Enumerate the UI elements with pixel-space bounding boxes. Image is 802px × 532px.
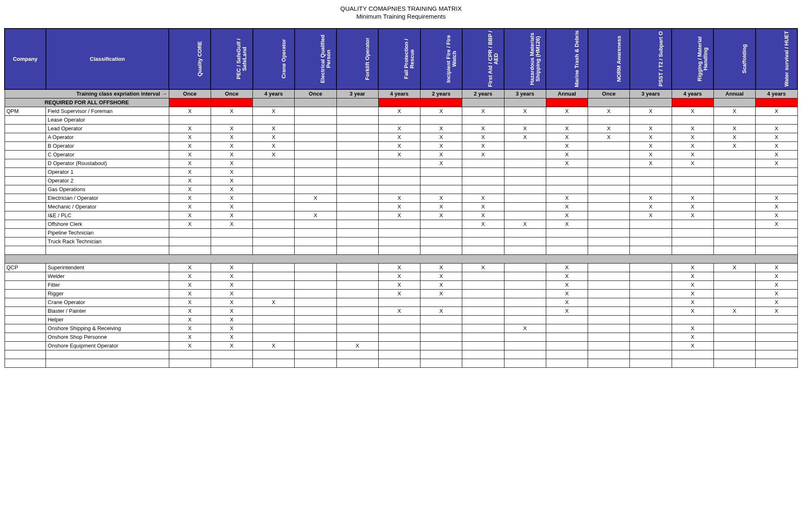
mark-cell: [378, 298, 420, 307]
mark-cell: X: [169, 316, 211, 324]
mark-cell: X: [672, 203, 713, 211]
interval-3: Once: [295, 89, 336, 98]
mark-cell: [336, 203, 378, 211]
classification-cell: Electrician / Operator: [46, 194, 169, 203]
header-training-4: Forklift Operator: [336, 29, 378, 89]
required-8: [504, 98, 546, 107]
mark-cell: X: [211, 142, 252, 151]
mark-cell: X: [462, 151, 504, 159]
mark-cell: [756, 229, 798, 237]
title-line-2: Minimum Training Requirements: [4, 13, 798, 20]
mark-cell: [295, 142, 336, 151]
mark-cell: [462, 333, 504, 342]
mark-cell: X: [546, 194, 588, 203]
mark-cell: X: [504, 107, 546, 116]
mark-cell: X: [672, 142, 713, 151]
mark-cell: X: [462, 125, 504, 133]
mark-cell: X: [169, 307, 211, 316]
classification-cell: C Operator: [46, 151, 169, 159]
classification-cell: Rigger: [46, 290, 169, 298]
mark-cell: [588, 185, 630, 194]
mark-cell: X: [211, 220, 252, 229]
company-cell: [5, 307, 46, 316]
mark-cell: [756, 116, 798, 125]
mark-cell: [588, 272, 630, 281]
mark-cell: [713, 281, 755, 290]
mark-cell: [672, 350, 713, 359]
mark-cell: [504, 211, 546, 220]
mark-cell: [713, 333, 755, 342]
classification-cell: Blaster / Painter: [46, 307, 169, 316]
mark-cell: X: [756, 264, 798, 272]
mark-cell: [630, 116, 672, 125]
mark-cell: [378, 342, 420, 350]
header-row: Company Classification Quality CORE PEC …: [5, 29, 797, 89]
mark-cell: [588, 316, 630, 324]
interval-5: 4 years: [378, 89, 420, 98]
mark-cell: X: [756, 125, 798, 133]
mark-cell: [546, 168, 588, 177]
mark-cell: [504, 177, 546, 185]
classification-cell: [46, 246, 169, 255]
mark-cell: [253, 237, 295, 246]
mark-cell: [336, 107, 378, 116]
mark-cell: X: [546, 290, 588, 298]
required-13: [713, 98, 755, 107]
mark-cell: [253, 350, 295, 359]
mark-cell: X: [462, 133, 504, 142]
mark-cell: [211, 350, 252, 359]
classification-cell: Operator 2: [46, 177, 169, 185]
company-cell: [5, 324, 46, 333]
mark-cell: X: [378, 281, 420, 290]
mark-cell: [253, 177, 295, 185]
header-training-9: Marine Trash & Debris: [546, 29, 588, 89]
mark-cell: [253, 281, 295, 290]
mark-cell: [336, 220, 378, 229]
header-training-7: First Aid / CPR / BBP / AED: [462, 29, 504, 89]
mark-cell: [630, 307, 672, 316]
mark-cell: [211, 237, 252, 246]
mark-cell: [378, 350, 420, 359]
mark-cell: [336, 246, 378, 255]
mark-cell: X: [169, 264, 211, 272]
interval-14: 4 years: [756, 89, 798, 98]
mark-cell: [546, 237, 588, 246]
required-14: [756, 98, 798, 107]
mark-cell: X: [378, 107, 420, 116]
mark-cell: [546, 359, 588, 368]
mark-cell: X: [420, 142, 462, 151]
header-training-12: Rigging / Material Handling: [672, 29, 713, 89]
interval-8: 3 years: [504, 89, 546, 98]
company-cell: [5, 116, 46, 125]
mark-cell: [504, 185, 546, 194]
mark-cell: X: [253, 125, 295, 133]
mark-cell: X: [378, 125, 420, 133]
required-1: [211, 98, 252, 107]
mark-cell: [336, 316, 378, 324]
mark-cell: [588, 324, 630, 333]
classification-cell: Welder: [46, 272, 169, 281]
mark-cell: X: [211, 168, 252, 177]
required-12: [672, 98, 713, 107]
mark-cell: [588, 194, 630, 203]
mark-cell: X: [756, 151, 798, 159]
interval-label: Training class expriation interval →: [5, 89, 169, 98]
mark-cell: [630, 350, 672, 359]
mark-cell: X: [672, 272, 713, 281]
classification-cell: [46, 350, 169, 359]
mark-cell: X: [713, 142, 755, 151]
mark-cell: X: [169, 211, 211, 220]
mark-cell: [462, 281, 504, 290]
mark-cell: [378, 159, 420, 168]
mark-cell: X: [211, 177, 252, 185]
table-row: Crane OperatorXXXXXX: [5, 298, 797, 307]
mark-cell: [378, 116, 420, 125]
mark-cell: [420, 316, 462, 324]
classification-cell: Gas Operations: [46, 185, 169, 194]
mark-cell: [462, 350, 504, 359]
company-cell: [5, 185, 46, 194]
company-cell: QPM: [5, 107, 46, 116]
mark-cell: [504, 151, 546, 159]
interval-1: Once: [211, 89, 252, 98]
mark-cell: [756, 359, 798, 368]
